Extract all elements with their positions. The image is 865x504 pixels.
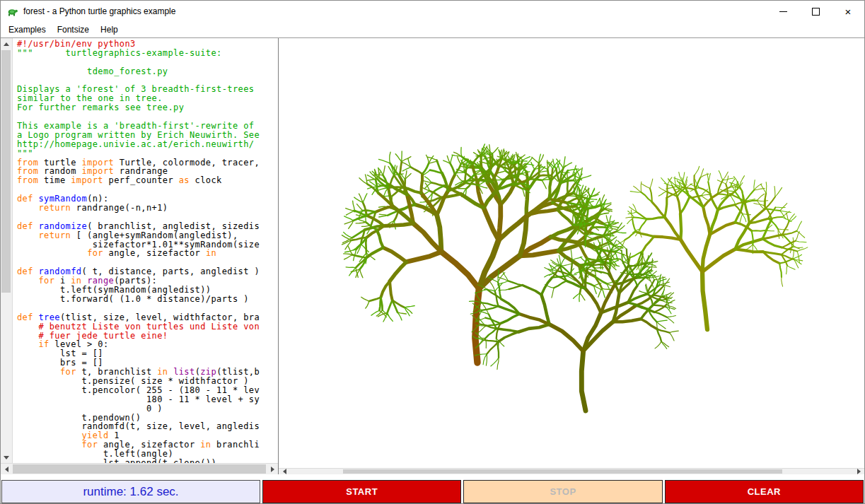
canvas-horizontal-scrollbar[interactable] xyxy=(279,468,864,474)
title-bar: forest - a Python turtle graphics exampl… xyxy=(1,1,864,22)
code-text[interactable]: #!/usr/bin/env python3""" turtlegraphics… xyxy=(13,38,278,463)
code-line: for angle, sizefactor in xyxy=(17,249,278,258)
turtle-canvas xyxy=(279,38,864,468)
maximize-icon xyxy=(812,8,820,16)
vertical-scroll-thumb[interactable] xyxy=(1,50,11,293)
canvas-scroll-right-icon[interactable] xyxy=(853,469,864,474)
turtle-icon xyxy=(7,6,18,17)
menu-bar: Examples Fontsize Help xyxy=(1,22,864,37)
code-line: t.forward( (1.0 * distance)/parts ) xyxy=(17,295,278,304)
main-area: #!/usr/bin/env python3""" turtlegraphics… xyxy=(1,37,864,474)
code-line: tdemo_forest.py xyxy=(17,67,278,76)
canvas-scroll-left-icon[interactable] xyxy=(279,469,290,474)
menu-item-help[interactable]: Help xyxy=(95,23,124,37)
code-line: For further remarks see tree.py xyxy=(17,103,278,112)
app-window: forest - a Python turtle graphics exampl… xyxy=(0,0,865,504)
start-button[interactable]: START xyxy=(262,480,461,503)
minimize-icon xyxy=(779,11,787,12)
bottom-bar: runtime: 1.62 sec. START STOP CLEAR xyxy=(1,480,864,503)
scroll-down-icon[interactable] xyxy=(1,452,12,463)
menu-item-examples[interactable]: Examples xyxy=(3,23,52,37)
canvas-area xyxy=(279,38,864,468)
close-icon: × xyxy=(845,6,852,17)
horizontal-scroll-thumb[interactable] xyxy=(13,464,266,474)
code-pane: #!/usr/bin/env python3""" turtlegraphics… xyxy=(1,38,279,474)
scroll-right-icon[interactable] xyxy=(267,464,278,474)
scroll-up-icon[interactable] xyxy=(1,38,12,49)
code-line: from time import perf_counter as clock xyxy=(17,176,278,185)
close-button[interactable]: × xyxy=(832,1,864,22)
minimize-button[interactable] xyxy=(767,1,799,22)
canvas-scroll-thumb[interactable] xyxy=(343,469,782,474)
stop-button[interactable]: STOP xyxy=(463,480,662,503)
code-line: http://homepage.univie.ac.at/erich.neuwi… xyxy=(17,140,278,149)
code-line: return randrange(-n,n+1) xyxy=(17,204,278,213)
code-horizontal-scrollbar[interactable] xyxy=(1,463,278,474)
scroll-left-icon[interactable] xyxy=(1,464,12,474)
window-title: forest - a Python turtle graphics exampl… xyxy=(23,6,175,16)
maximize-button[interactable] xyxy=(799,1,832,22)
menu-item-fontsize[interactable]: Fontsize xyxy=(52,23,95,37)
runtime-display: runtime: 1.62 sec. xyxy=(1,480,260,503)
code-vertical-scrollbar[interactable] xyxy=(1,38,13,463)
canvas-pane xyxy=(279,38,864,474)
code-line: """ turtlegraphics-example-suite: xyxy=(17,49,278,58)
clear-button[interactable]: CLEAR xyxy=(665,480,864,503)
